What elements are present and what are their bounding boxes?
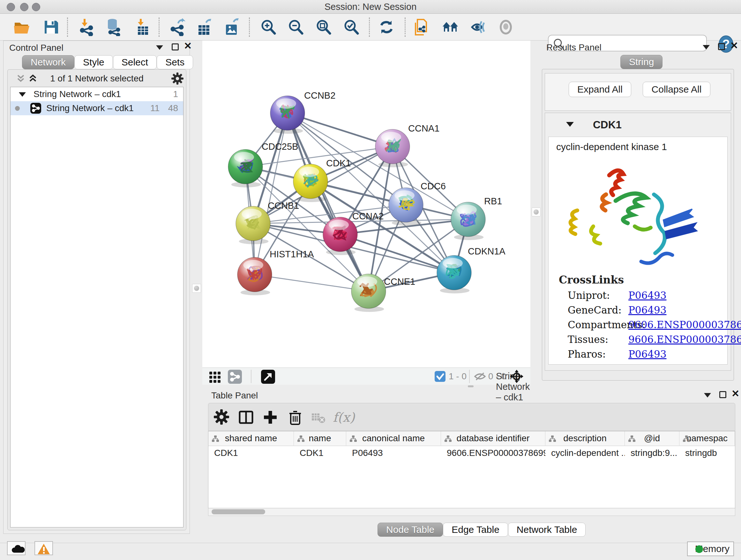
export-image-icon[interactable]	[223, 18, 241, 36]
warning-icon	[37, 543, 54, 556]
tab-style[interactable]: Style	[74, 55, 113, 69]
column-header-@id[interactable]: @id	[625, 431, 679, 446]
tab-network[interactable]: Network	[22, 55, 74, 69]
crosslink-link[interactable]: P06493	[628, 348, 666, 360]
node-CDK1[interactable]: CDK1	[293, 158, 351, 202]
birds-eye-grid-icon[interactable]	[208, 370, 222, 384]
column-header-database-identifier[interactable]: database identifier	[441, 431, 545, 446]
panel-float-icon[interactable]	[719, 391, 726, 399]
zoom-fit-icon[interactable]	[315, 18, 333, 36]
tab-sets[interactable]: Sets	[157, 55, 193, 69]
highlight-eye-icon[interactable]	[497, 18, 515, 36]
node-entry-header[interactable]: CDK1	[545, 113, 731, 137]
panel-close-icon[interactable]: ✕	[730, 42, 738, 49]
minimize-window-button[interactable]	[20, 3, 28, 11]
show-columns-icon[interactable]	[238, 409, 254, 426]
crosslink-row: Pharos:P06493	[568, 348, 724, 363]
zoom-in-icon[interactable]	[259, 18, 277, 36]
legacy-home-icon[interactable]	[441, 18, 459, 36]
crosslink-link[interactable]: 9606.ENSP00000378699	[628, 319, 741, 330]
panel-close-icon[interactable]: ✕	[184, 43, 192, 50]
network-collection-row[interactable]: String Network – cdk1 1	[10, 87, 183, 101]
tab-select[interactable]: Select	[113, 55, 157, 69]
tab-node-table[interactable]: Node Table	[378, 523, 443, 537]
import-database-icon[interactable]	[105, 18, 123, 36]
control-panel-tabs: NetworkStyleSelectSets	[22, 55, 193, 69]
toolbar-separator	[369, 17, 370, 37]
create-column-icon[interactable]	[262, 409, 279, 426]
node-CCNE1[interactable]: CCNE1	[351, 274, 415, 312]
table-toolbar: f(x)	[208, 403, 735, 431]
zoom-out-icon[interactable]	[287, 18, 305, 36]
delete-column-icon[interactable]	[287, 409, 304, 426]
panel-close-icon[interactable]: ✕	[731, 390, 739, 397]
selected-checkbox-icon[interactable]	[434, 371, 446, 382]
collapse-all-button[interactable]: Collapse All	[643, 82, 711, 97]
string-view-icon[interactable]	[228, 370, 242, 384]
network-canvas[interactable]: CCNB2CCNA1CDC25BCDK1CDC6RB1CCNB1CCNA2CDK…	[202, 41, 530, 368]
node-RB1[interactable]: RB1	[451, 196, 502, 240]
table-cell: stringdb:9...	[625, 446, 679, 460]
panel-collapse-icon[interactable]	[704, 393, 711, 399]
zoom-window-button[interactable]	[32, 3, 40, 11]
column-header-name[interactable]: name	[294, 431, 346, 446]
network-options-gear-icon[interactable]	[171, 72, 184, 86]
table-options-gear-icon[interactable]	[213, 409, 230, 426]
column-header-canonical-name[interactable]: canonical name	[346, 431, 441, 446]
left-splitter-handle[interactable]	[192, 284, 201, 293]
expand-all-button[interactable]: Expand All	[569, 82, 631, 97]
panel-collapse-icon[interactable]	[156, 45, 163, 51]
open-session-icon[interactable]	[13, 18, 30, 36]
toolbar-separator	[469, 370, 470, 383]
crosslink-link[interactable]: P06493	[628, 304, 666, 316]
zoom-selected-icon[interactable]	[342, 18, 360, 36]
column-header-description[interactable]: description	[545, 431, 625, 446]
column-type-icon	[297, 435, 305, 442]
protein-structure-image	[558, 156, 718, 271]
open-in-window-icon[interactable]	[261, 370, 275, 384]
toolbar-separator	[67, 17, 68, 37]
clone-network-icon[interactable]	[413, 18, 431, 36]
column-header-shared-name[interactable]: shared name	[208, 431, 294, 446]
warning-status-button[interactable]	[35, 541, 53, 555]
cloud-status-button[interactable]	[7, 541, 25, 555]
import-table-icon[interactable]	[134, 18, 152, 36]
node-label-CDC6: CDC6	[421, 181, 446, 191]
table-row[interactable]: CDK1CDK1P064939606.ENSP00000378699cyclin…	[208, 446, 735, 460]
network-row[interactable]: String Network – cdk1 11 48	[10, 101, 183, 115]
node-CDKN1A[interactable]: CDKN1A	[437, 246, 506, 294]
panel-float-icon[interactable]	[172, 44, 179, 52]
show-hide-panel-icon[interactable]	[469, 18, 487, 36]
collection-expand-triangle-icon[interactable]	[19, 92, 26, 97]
close-window-button[interactable]	[7, 3, 15, 11]
crosslink-link[interactable]: 9606.ENSP00000378699	[628, 334, 741, 345]
node-CDC6[interactable]: CDC6	[389, 181, 446, 226]
function-builder-icon[interactable]: f(x)	[333, 409, 361, 426]
delete-table-icon[interactable]	[310, 409, 327, 426]
entry-collapse-triangle-icon[interactable]	[566, 122, 574, 127]
panel-float-icon[interactable]	[718, 43, 725, 51]
edge-CCNB2-CCNE1[interactable]	[287, 113, 368, 291]
save-session-icon[interactable]	[42, 18, 60, 36]
crosslink-link[interactable]: P06493	[628, 290, 666, 301]
pan-crosshair-icon[interactable]	[509, 369, 524, 385]
hidden-eye-icon[interactable]	[474, 371, 486, 383]
network-graph[interactable]: CCNB2CCNA1CDC25BCDK1CDC6RB1CCNB1CCNA2CDK…	[202, 41, 530, 368]
export-table-icon[interactable]	[195, 18, 213, 36]
panel-collapse-icon[interactable]	[703, 45, 710, 51]
export-network-icon[interactable]	[169, 18, 186, 36]
node-attribute-table[interactable]: shared namenamecanonical namedatabase id…	[208, 431, 735, 508]
refresh-view-icon[interactable]	[378, 18, 395, 36]
tab-network-table[interactable]: Network Table	[508, 523, 586, 537]
node-HIST1H1A[interactable]: HIST1H1A	[238, 249, 314, 295]
memory-button[interactable]: Memory	[687, 542, 734, 556]
scrollbar-thumb[interactable]	[212, 509, 265, 514]
table-horizontal-scrollbar[interactable]	[208, 508, 735, 516]
table-cell: P06493	[346, 446, 441, 460]
import-network-icon[interactable]	[78, 18, 96, 36]
current-network-dot-icon	[15, 106, 20, 111]
bottom-splitter-handle[interactable]	[468, 385, 474, 387]
column-header-namespac[interactable]: namespac	[679, 431, 735, 446]
tab-edge-table[interactable]: Edge Table	[443, 523, 508, 537]
tab-string[interactable]: String	[620, 55, 663, 69]
